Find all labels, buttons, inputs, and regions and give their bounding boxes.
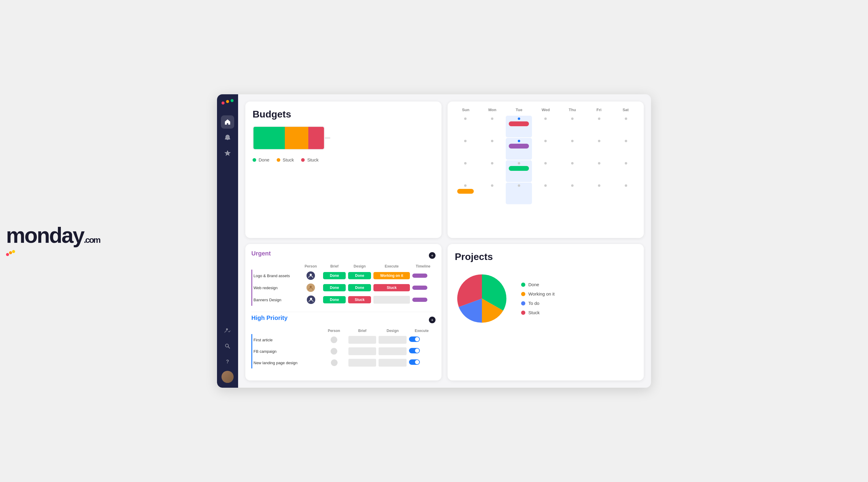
task-person-3	[300, 294, 322, 306]
cal-cell-r3c2[interactable]	[479, 160, 505, 182]
timeline-bar	[412, 286, 427, 290]
bar-end	[325, 137, 330, 139]
sidebar-item-search[interactable]	[221, 340, 234, 353]
task-person-2	[300, 282, 322, 294]
task-name-1: Logo & Brand assets	[252, 269, 300, 282]
person-avatar-light	[307, 284, 315, 292]
bar-stuck-red	[308, 127, 324, 149]
cal-dot	[598, 162, 600, 164]
col-timeline: Timeline	[411, 263, 435, 269]
legend-item-todo: To do	[521, 301, 555, 306]
cal-cell-r4c3[interactable]	[506, 183, 532, 204]
toggle-switch[interactable]	[409, 359, 420, 365]
col-task	[252, 263, 300, 269]
cal-cell-r3c3[interactable]	[506, 160, 532, 182]
cal-cell-r3c1[interactable]	[453, 160, 478, 182]
legend-dot-done	[253, 158, 256, 162]
hp-task-name-1: First article	[252, 334, 321, 346]
calendar-header: Sun Mon Tue Wed Thu Fri Sat	[453, 106, 639, 113]
sidebar-item-help[interactable]: ?	[221, 355, 234, 368]
cal-cell-r4c2[interactable]	[479, 183, 505, 204]
cal-cell-r1c6[interactable]	[586, 116, 613, 137]
cal-dot	[598, 118, 600, 120]
sidebar-item-home[interactable]	[221, 116, 234, 129]
task-timeline-3	[411, 294, 435, 306]
cal-dot	[571, 162, 574, 164]
cal-header-sun: Sun	[453, 106, 479, 113]
cal-dot-today2	[518, 140, 520, 142]
cal-cell-r3c6[interactable]	[586, 160, 613, 182]
app-container: ? Budgets Done	[217, 94, 651, 388]
pie-dot-done	[521, 283, 525, 287]
sidebar-item-favorites[interactable]	[221, 147, 234, 160]
legend-done: Done	[253, 157, 270, 162]
cal-cell-r1c4[interactable]	[532, 116, 559, 137]
user-avatar[interactable]	[221, 371, 234, 383]
col-brief: Brief	[322, 263, 347, 269]
cal-header-fri: Fri	[586, 106, 612, 113]
cal-cell-r1c3[interactable]	[506, 116, 532, 137]
cal-cell-r2c6[interactable]	[586, 138, 613, 160]
legend-label-stuck2: Stuck	[307, 157, 318, 162]
task-name-2: Web redesign	[252, 282, 300, 294]
urgent-add-button[interactable]: +	[429, 252, 435, 259]
sidebar: ?	[217, 94, 238, 388]
sidebar-item-bell[interactable]	[221, 131, 234, 144]
cal-cell-r2c2[interactable]	[479, 138, 505, 160]
svg-point-8	[6, 253, 9, 256]
toggle-switch[interactable]	[409, 336, 420, 342]
cal-cell-r2c3[interactable]	[506, 138, 532, 160]
tasks-divider	[251, 312, 435, 312]
sidebar-item-people[interactable]	[221, 324, 234, 337]
cal-cell-r4c7[interactable]	[613, 183, 639, 204]
svg-point-9	[9, 251, 12, 254]
cal-cell-r1c7[interactable]	[613, 116, 639, 137]
cal-cell-r2c5[interactable]	[559, 138, 586, 160]
legend-item-done: Done	[521, 282, 555, 287]
cal-cell-r1c5[interactable]	[559, 116, 586, 137]
cal-cell-r2c1[interactable]	[453, 138, 478, 160]
task-execute-2: Stuck	[372, 282, 411, 294]
gray-dot	[331, 359, 338, 366]
budget-legend: Done Stuck Stuck	[253, 157, 434, 162]
hp-execute-2	[408, 346, 435, 357]
high-priority-add-button[interactable]: +	[429, 317, 435, 323]
hp-design-2	[377, 346, 408, 357]
hp-design-3	[377, 357, 408, 368]
col-person: Person	[300, 263, 322, 269]
task-timeline-1	[411, 269, 435, 282]
cal-cell-r3c7[interactable]	[613, 160, 639, 182]
cal-cell-r3c4[interactable]	[532, 160, 559, 182]
person-avatar-dark2	[307, 295, 315, 304]
cal-cell-r3c5[interactable]	[559, 160, 586, 182]
cal-cell-r2c7[interactable]	[613, 138, 639, 160]
col-hp-design: Design	[377, 327, 408, 334]
brand-icon-svg	[6, 249, 15, 258]
cal-cell-r4c4[interactable]	[532, 183, 559, 204]
cal-cell-r1c2[interactable]	[479, 116, 505, 137]
empty-cell	[348, 359, 376, 366]
legend-label-todo: To do	[528, 301, 539, 306]
cal-cell-r1c1[interactable]	[453, 116, 478, 137]
urgent-table: Person Brief Design Execute Timeline Log…	[251, 263, 435, 306]
col-hp-brief: Brief	[347, 327, 378, 334]
pie-dot-working	[521, 292, 525, 296]
cal-dot	[518, 184, 520, 187]
cal-cell-r4c6[interactable]	[586, 183, 613, 204]
task-design-3: Stuck	[347, 294, 372, 306]
toggle-switch[interactable]	[409, 348, 420, 353]
projects-card: Projects Done	[447, 244, 644, 381]
cal-cell-r4c1[interactable]	[453, 183, 478, 204]
table-row: Web redesign Done Done Stuck	[252, 282, 435, 294]
cal-cell-r2c4[interactable]	[532, 138, 559, 160]
monday-brand: monday.com	[6, 224, 100, 258]
cal-dot	[518, 162, 520, 164]
cal-cell-r4c5[interactable]	[559, 183, 586, 204]
col-hp-person: Person	[321, 327, 347, 334]
calendar-grid: Sun Mon Tue Wed Thu Fri Sat	[453, 106, 639, 204]
hp-brief-2	[347, 346, 378, 357]
legend-dot-stuck1	[277, 158, 280, 162]
status-badge-done: Done	[348, 284, 371, 291]
brand-icons	[6, 249, 15, 258]
empty-cell	[373, 296, 410, 304]
